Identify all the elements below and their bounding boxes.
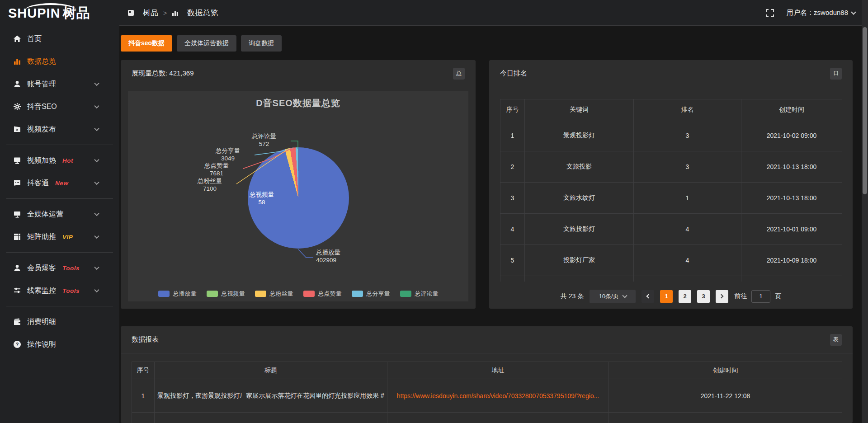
cell-index: 4 bbox=[500, 214, 525, 245]
cell-time: 2021-10-13 18:00 bbox=[741, 183, 842, 214]
table-row-partial bbox=[132, 413, 842, 423]
chevron-down-icon bbox=[851, 9, 856, 14]
table-row: 5 投影灯厂家 4 2021-10-09 18:00 bbox=[500, 245, 842, 276]
sidebar-item-video-publish[interactable]: 视频发布 bbox=[0, 118, 119, 141]
sidebar-item-account[interactable]: 账号管理 bbox=[0, 73, 119, 95]
chevron-down-icon bbox=[94, 211, 99, 216]
table-row: 1 景观投影灯，夜游景观投影灯厂家展示展示落花灯在花园里的灯光投影应用效果 # … bbox=[132, 379, 842, 413]
sidebar-item-lead-monitor[interactable]: 线索监控 Tools bbox=[0, 279, 119, 302]
legend-item[interactable]: 总评论量 bbox=[400, 290, 439, 298]
day-badge-button[interactable]: 日 bbox=[830, 68, 842, 80]
chevron-down-icon bbox=[94, 287, 99, 292]
breadcrumb-item-current[interactable]: 数据总览 bbox=[172, 8, 218, 18]
breadcrumb-item-home[interactable]: 树品 bbox=[127, 8, 158, 18]
legend-item[interactable]: 总点赞量 bbox=[303, 290, 342, 298]
tab-inquiry-data[interactable]: 询盘数据 bbox=[241, 35, 282, 52]
table-header-row: 序号 标题 地址 创建时间 bbox=[132, 362, 842, 379]
legend-item[interactable]: 总视频量 bbox=[207, 290, 245, 298]
report-panel-title: 数据报表 bbox=[132, 335, 159, 344]
pagination: 共 23 条 10条/页 1 2 3 前往 页 bbox=[489, 290, 853, 303]
page-button-2[interactable]: 2 bbox=[679, 290, 691, 303]
cell-rank: 3 bbox=[634, 120, 741, 151]
sidebar-divider bbox=[6, 306, 113, 306]
next-page-button[interactable] bbox=[716, 290, 728, 303]
pie-label-fans: 总粉丝量7100 bbox=[184, 177, 235, 193]
user-menu[interactable]: 用户名：zswodun88 bbox=[787, 9, 855, 17]
sidebar-item-label: 数据总览 bbox=[27, 57, 56, 66]
video-publish-icon bbox=[13, 125, 22, 134]
legend-item[interactable]: 总分享量 bbox=[352, 290, 390, 298]
breadcrumb-label: 数据总览 bbox=[187, 8, 218, 18]
page-button-3[interactable]: 3 bbox=[697, 290, 710, 303]
cell-keyword: 文旅投影 bbox=[525, 151, 634, 183]
monitor-icon bbox=[13, 156, 22, 165]
chevron-down-icon bbox=[94, 157, 99, 162]
chevron-down-icon bbox=[94, 180, 99, 185]
goto-page-input[interactable] bbox=[751, 290, 770, 303]
table-row: 4 文旅投影灯 4 2021-10-01 09:00 bbox=[500, 214, 842, 245]
logo-text-cn: 树品 bbox=[63, 6, 90, 20]
col-rank: 排名 bbox=[634, 99, 741, 120]
tab-omnimedia-data[interactable]: 全媒体运营数据 bbox=[177, 35, 236, 52]
breadcrumb-label: 树品 bbox=[143, 8, 158, 18]
pie-label-shares: 总分享量3049 bbox=[203, 147, 253, 162]
tab-douyin-seo-data[interactable]: 抖音seo数据 bbox=[121, 35, 172, 52]
scrollbar-track[interactable] bbox=[862, 0, 868, 423]
legend-item[interactable]: 总粉丝量 bbox=[255, 290, 293, 298]
cell-title: 景观投影灯，夜游景观投影灯厂家展示展示落花灯在花园里的灯光投影应用效果 # bbox=[155, 379, 387, 413]
pie-label-plays: 总播放量402909 bbox=[316, 249, 375, 264]
sidebar-item-matrix-boost[interactable]: 矩阵助推 VIP bbox=[0, 226, 119, 248]
sidebar-item-omnimedia[interactable]: 全媒体运营 bbox=[0, 203, 119, 226]
scrollbar-thumb[interactable] bbox=[863, 27, 867, 194]
total-count-label: 共 23 条 bbox=[561, 292, 584, 301]
video-link[interactable]: https://www.iesdouyin.com/share/video/70… bbox=[397, 392, 599, 400]
svg-text:?: ? bbox=[16, 342, 19, 347]
cell-rank: 4 bbox=[634, 214, 741, 245]
cell-time: 2021-11-22 12:08 bbox=[609, 379, 842, 413]
page-button-1[interactable]: 1 bbox=[660, 290, 673, 303]
new-badge: New bbox=[55, 180, 68, 187]
table-row: 2 文旅投影 3 2021-10-13 18:00 bbox=[500, 151, 842, 183]
topbar: SHUPIN 树品 树品 > 数据总览 用户名：zswodun88 bbox=[0, 0, 868, 26]
sidebar-item-douketong[interactable]: 抖客通 New bbox=[0, 172, 119, 194]
sidebar-item-label: 操作说明 bbox=[27, 340, 56, 349]
sidebar-item-data-overview[interactable]: 数据总览 bbox=[0, 50, 119, 73]
cell-index: 2 bbox=[500, 151, 525, 183]
cell-index: 3 bbox=[500, 183, 525, 214]
sidebar: 首页 数据总览 账号管理 抖音SEO 视频发布 视频加热 Hot bbox=[0, 26, 119, 423]
sidebar-item-member-burst[interactable]: 会员爆客 Tools bbox=[0, 257, 119, 279]
sidebar-item-label: 矩阵助推 bbox=[27, 232, 56, 242]
total-badge-button[interactable]: 总 bbox=[453, 68, 465, 80]
sidebar-item-label: 线索监控 bbox=[27, 286, 56, 296]
sidebar-item-douyin-seo[interactable]: 抖音SEO bbox=[0, 95, 119, 118]
cell-url: https://www.iesdouyin.com/share/video/70… bbox=[387, 379, 609, 413]
prev-page-button[interactable] bbox=[642, 290, 654, 303]
cell-index: 1 bbox=[500, 120, 525, 151]
sidebar-item-consumption[interactable]: 消费明细 bbox=[0, 310, 119, 333]
chevron-right-icon bbox=[719, 294, 724, 299]
sidebar-item-help[interactable]: ? 操作说明 bbox=[0, 333, 119, 356]
breadcrumb: 树品 > 数据总览 bbox=[127, 8, 218, 18]
pie-label-comments: 总评论量572 bbox=[239, 132, 289, 148]
sidebar-divider bbox=[6, 252, 113, 253]
sidebar-item-label: 视频发布 bbox=[27, 125, 56, 134]
chevron-down-icon bbox=[94, 265, 99, 270]
sidebar-item-home[interactable]: 首页 bbox=[0, 28, 119, 50]
table-row-partial bbox=[500, 276, 842, 282]
sidebar-item-video-heating[interactable]: 视频加热 Hot bbox=[0, 149, 119, 172]
cell-keyword: 文旅投影灯 bbox=[525, 214, 634, 245]
table-header-row: 序号 关键词 排名 创建时间 bbox=[500, 99, 842, 120]
legend-item[interactable]: 总播放量 bbox=[158, 290, 197, 298]
gear-icon bbox=[13, 102, 22, 111]
col-time: 创建时间 bbox=[609, 362, 842, 379]
ranking-panel-title: 今日排名 bbox=[500, 69, 527, 78]
table-row: 3 文旅水纹灯 1 2021-10-13 18:00 bbox=[500, 183, 842, 214]
page-size-select[interactable]: 10条/页 bbox=[590, 290, 636, 303]
chevron-left-icon bbox=[646, 294, 651, 299]
chevron-down-icon bbox=[94, 126, 99, 131]
table-badge-button[interactable]: 表 bbox=[830, 334, 842, 346]
fullscreen-icon[interactable] bbox=[766, 9, 775, 18]
cell-keyword: 文旅水纹灯 bbox=[525, 183, 634, 214]
grid-icon bbox=[13, 232, 22, 241]
chart-legend: 总播放量 总视频量 总粉丝量 总点赞量 总分享量 总评论量 bbox=[128, 290, 468, 298]
